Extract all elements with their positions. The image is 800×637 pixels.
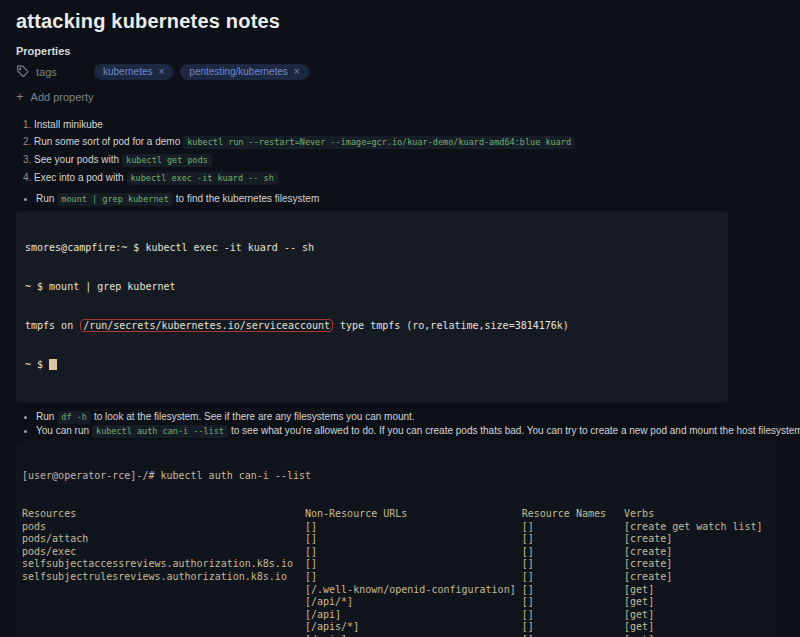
bullet-text: Run [36, 411, 54, 422]
notes-list-bottom: Rundf -hto look at the filesystem. See i… [16, 410, 784, 438]
setup-steps-list: Install minikube Run some sort of pod fo… [16, 118, 784, 185]
tags-property-key[interactable]: tags [16, 65, 94, 80]
terminal-line: tmpfs on /run/secrets/kubernetes.io/serv… [25, 319, 719, 332]
bullet-text: to find the kubernetes filesystem [176, 193, 319, 204]
list-item[interactable]: Install minikube [34, 118, 784, 131]
step-text: Install minikube [34, 119, 103, 130]
inline-code: kubectl get pods [122, 154, 212, 167]
list-item[interactable]: Exec into a pod withkubectl exec -it kua… [34, 171, 784, 185]
bullet-text: Run [36, 193, 54, 204]
tag-label: pentesting/kubernetes [189, 66, 287, 77]
page-title[interactable]: attacking kubernetes notes [16, 10, 784, 33]
tag-pill-kubernetes[interactable]: kubernetes × [94, 64, 173, 80]
inline-code: mount | grep kubernet [57, 193, 172, 206]
inline-code: kubectl exec -it kuard -- sh [127, 172, 278, 185]
property-row-tags: tags kubernetes × pentesting/kubernetes … [16, 64, 784, 80]
terminal-command: kubectl auth can-i --list [160, 470, 311, 481]
tags-property-label: tags [36, 66, 57, 78]
tag-remove-icon[interactable]: × [294, 66, 300, 77]
list-item[interactable]: Run some sort of pod for a demokubectl r… [34, 135, 784, 149]
terminal-prompt: ~ $ [25, 359, 49, 370]
terminal-line: smores@campfire:~ $ kubectl exec -it kua… [25, 241, 719, 254]
note-page: attacking kubernetes notes Properties ta… [0, 0, 800, 637]
terminal-auth-can-i-list: [user@operator-rce]-/#kubectl auth can-i… [16, 441, 777, 637]
red-annotation-box: /run/secrets/kubernetes.io/serviceaccoun… [80, 319, 333, 332]
terminal-line: ~ $ mount | grep kubernet [25, 280, 719, 293]
list-item[interactable]: You can runkubectl auth can-i --listto s… [36, 424, 784, 438]
tags-pill-list: kubernetes × pentesting/kubernetes × [94, 64, 309, 80]
add-property-button[interactable]: + Add property [16, 91, 784, 103]
inline-code: kubectl auth can-i --list [92, 425, 228, 438]
terminal-line: [user@operator-rce]-/#kubectl auth can-i… [22, 470, 771, 483]
tag-pill-pentesting-kubernetes[interactable]: pentesting/kubernetes × [180, 64, 308, 80]
bullet-text: to see what you're allowed to do. If you… [231, 425, 800, 436]
list-item[interactable]: See your pods withkubectl get pods [34, 153, 784, 167]
properties-heading: Properties [16, 45, 784, 57]
list-item[interactable]: Rundf -hto look at the filesystem. See i… [36, 410, 784, 424]
tag-remove-icon[interactable]: × [158, 66, 164, 77]
tags-icon [16, 65, 29, 80]
list-item[interactable]: Runmount | grep kubernetto find the kube… [36, 192, 784, 206]
step-text: See your pods with [34, 154, 119, 165]
terminal-screenshot-mount: smores@campfire:~ $ kubectl exec -it kua… [16, 211, 728, 403]
bullet-text: You can run [36, 425, 89, 436]
step-text: Exec into a pod with [34, 172, 124, 183]
terminal-line: ~ $ [25, 358, 719, 371]
bullet-text: to look at the filesystem. See if there … [94, 411, 415, 422]
inline-code: df -h [57, 411, 91, 424]
terminal2-table: Resources Non-Resource URLs Resource Nam… [22, 508, 771, 637]
plus-icon: + [16, 92, 24, 102]
notes-list-top: Runmount | grep kubernetto find the kube… [16, 192, 784, 206]
terminal-text: type tmpfs (ro,relatime,size=3814176k) [334, 320, 569, 331]
terminal-text: tmpfs on [25, 320, 79, 331]
step-text: Run some sort of pod for a demo [34, 136, 180, 147]
add-property-label: Add property [31, 91, 94, 103]
inline-code: kubectl run --restart=Never --image=gcr.… [183, 136, 575, 149]
terminal-prompt: [user@operator-rce]-/# [22, 470, 154, 481]
tag-label: kubernetes [103, 66, 152, 77]
terminal-cursor [49, 359, 57, 370]
